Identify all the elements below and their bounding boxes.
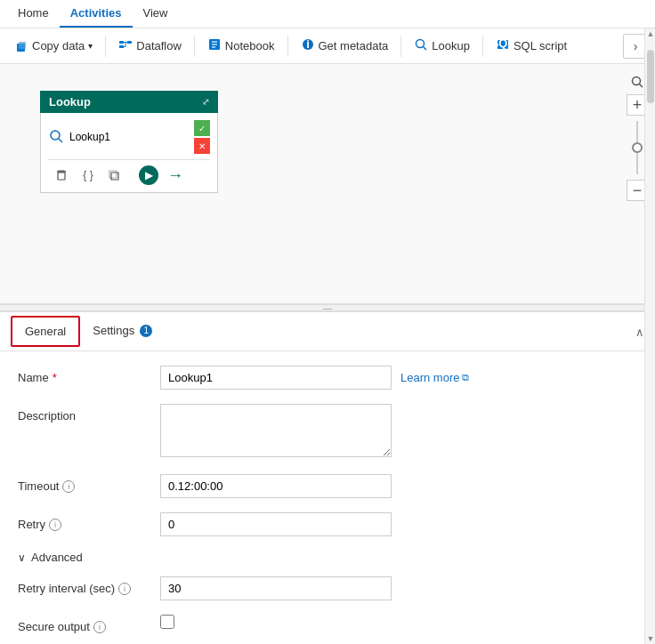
node-activity-name: Lookup1 bbox=[69, 131, 110, 143]
timeout-form-row: Timeout i bbox=[18, 474, 637, 498]
secure-output-control bbox=[160, 615, 637, 629]
svg-rect-22 bbox=[109, 171, 117, 178]
copy-node-button[interactable] bbox=[105, 165, 125, 185]
right-scrollbar[interactable]: ▲ ▼ bbox=[644, 311, 655, 644]
svg-point-18 bbox=[51, 131, 60, 140]
retry-label: Retry i bbox=[18, 512, 160, 531]
panel-tabs: General Settings 1 ∧ bbox=[0, 312, 655, 351]
connect-button[interactable]: → bbox=[166, 165, 185, 185]
status-x-icon: ✕ bbox=[194, 138, 210, 154]
secure-output-label: Secure output i bbox=[18, 615, 160, 633]
copy-data-icon bbox=[14, 39, 28, 53]
toolbar-divider-4 bbox=[400, 36, 401, 57]
lookup-node: Lookup ⤢ Lookup1 ✓ ✕ { } bbox=[40, 91, 218, 193]
name-form-row: Name * Learn more ⧉ bbox=[18, 366, 637, 390]
lookup-activity-icon bbox=[48, 128, 64, 147]
svg-rect-3 bbox=[127, 41, 132, 44]
retry-input[interactable] bbox=[160, 512, 392, 536]
toolbar: Copy data ▾ Dataflow Notebook i Get meta… bbox=[0, 28, 655, 64]
node-toolbar-row: { } ▶ → bbox=[48, 159, 210, 187]
zoom-thumb[interactable] bbox=[632, 142, 643, 153]
description-control bbox=[160, 404, 637, 460]
settings-badge: 1 bbox=[140, 325, 152, 337]
copy-data-button[interactable]: Copy data ▾ bbox=[7, 36, 100, 57]
get-metadata-label: Get metadata bbox=[319, 39, 389, 52]
form-area: Name * Learn more ⧉ Description bbox=[0, 351, 655, 644]
zoom-slider[interactable] bbox=[636, 121, 638, 174]
scrollbar-arrow-down[interactable]: ▼ bbox=[645, 633, 655, 644]
lookup-toolbar-button[interactable]: Lookup bbox=[407, 34, 477, 58]
notebook-label: Notebook bbox=[225, 39, 275, 52]
timeout-input[interactable] bbox=[160, 474, 392, 498]
sql-script-button[interactable]: SQL SQL script bbox=[489, 34, 574, 58]
retry-interval-info-icon[interactable]: i bbox=[118, 583, 131, 595]
advanced-label: Advanced bbox=[31, 551, 83, 564]
retry-interval-control bbox=[160, 576, 637, 600]
notebook-button[interactable]: Notebook bbox=[200, 34, 282, 58]
delete-button[interactable] bbox=[52, 165, 71, 185]
top-nav: Home Activities View bbox=[0, 0, 655, 28]
node-activity-row: Lookup1 ✓ ✕ bbox=[48, 118, 210, 156]
tab-general-label: General bbox=[25, 325, 66, 338]
svg-line-15 bbox=[424, 47, 427, 51]
notebook-icon bbox=[207, 37, 222, 54]
description-label: Description bbox=[18, 404, 160, 423]
run-icon: ▶ bbox=[145, 169, 153, 181]
svg-point-14 bbox=[416, 40, 425, 48]
dataflow-button[interactable]: Dataflow bbox=[111, 34, 189, 58]
node-resize-icon: ⤢ bbox=[202, 97, 209, 107]
advanced-section-header[interactable]: ∨ Advanced bbox=[18, 551, 637, 564]
tab-settings[interactable]: Settings 1 bbox=[80, 317, 165, 346]
retry-info-icon[interactable]: i bbox=[49, 519, 61, 531]
advanced-chevron-icon: ∨ bbox=[18, 551, 26, 564]
copy-data-dropdown-icon: ▾ bbox=[88, 41, 93, 51]
code-button[interactable]: { } bbox=[78, 165, 98, 185]
secure-output-checkbox[interactable] bbox=[160, 615, 174, 629]
collapse-bar[interactable] bbox=[0, 304, 655, 311]
timeout-control bbox=[160, 474, 637, 498]
tab-settings-label: Settings bbox=[93, 324, 134, 337]
panel-collapse-button[interactable]: ∧ bbox=[635, 324, 644, 340]
description-form-row: Description bbox=[18, 404, 637, 460]
retry-interval-label: Retry interval (sec) i bbox=[18, 576, 160, 595]
name-input-group: Learn more ⧉ bbox=[160, 366, 637, 390]
copy-data-label: Copy data bbox=[32, 39, 85, 52]
get-metadata-icon: i bbox=[301, 37, 315, 54]
sql-script-icon: SQL bbox=[496, 37, 510, 54]
nav-home[interactable]: Home bbox=[7, 0, 60, 28]
retry-interval-form-row: Retry interval (sec) i bbox=[18, 576, 637, 600]
external-link-icon: ⧉ bbox=[462, 372, 469, 383]
lookup-toolbar-label: Lookup bbox=[432, 39, 470, 52]
tab-general[interactable]: General bbox=[11, 316, 80, 347]
timeout-label: Timeout i bbox=[18, 474, 160, 493]
toolbar-divider-1 bbox=[105, 36, 106, 57]
toolbar-divider-5 bbox=[482, 36, 483, 57]
nav-activities[interactable]: Activities bbox=[60, 0, 133, 28]
status-check-icon: ✓ bbox=[194, 120, 210, 136]
svg-line-19 bbox=[59, 139, 62, 142]
collapse-icon: ∧ bbox=[635, 326, 644, 339]
secure-output-info-icon[interactable]: i bbox=[93, 621, 106, 633]
retry-interval-input[interactable] bbox=[160, 576, 392, 600]
node-header[interactable]: Lookup ⤢ bbox=[40, 91, 218, 113]
get-metadata-button[interactable]: i Get metadata bbox=[294, 34, 396, 58]
description-textarea[interactable] bbox=[160, 404, 392, 457]
name-label: Name * bbox=[18, 366, 160, 384]
canvas-area: Lookup ⤢ Lookup1 ✓ ✕ { } bbox=[0, 64, 655, 304]
secure-output-form-row: Secure output i bbox=[18, 615, 637, 633]
svg-text:SQL: SQL bbox=[496, 37, 510, 50]
timeout-info-icon[interactable]: i bbox=[62, 480, 75, 493]
nav-view[interactable]: View bbox=[133, 0, 179, 28]
run-button[interactable]: ▶ bbox=[139, 165, 158, 185]
dataflow-icon bbox=[118, 37, 133, 54]
svg-rect-20 bbox=[58, 173, 65, 180]
svg-rect-1 bbox=[19, 42, 26, 49]
node-body: Lookup1 ✓ ✕ { } ▶ bbox=[40, 113, 218, 193]
node-title: Lookup bbox=[49, 95, 91, 109]
svg-text:i: i bbox=[306, 37, 310, 51]
svg-rect-21 bbox=[111, 173, 118, 180]
name-input[interactable] bbox=[160, 366, 392, 390]
toolbar-divider-3 bbox=[287, 36, 288, 57]
learn-more-link[interactable]: Learn more ⧉ bbox=[400, 371, 469, 384]
svg-line-24 bbox=[640, 85, 643, 88]
